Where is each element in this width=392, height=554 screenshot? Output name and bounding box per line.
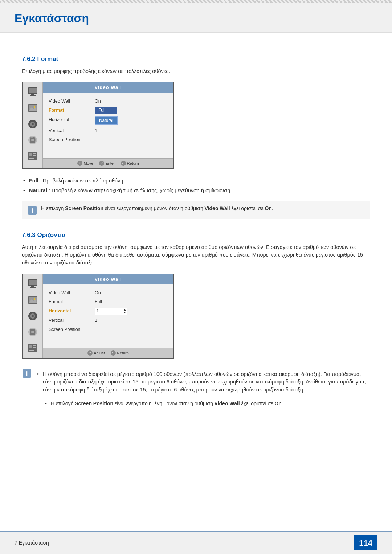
- svg-rect-18: [29, 158, 34, 159]
- menu-value-videowall-2: : On: [92, 289, 101, 296]
- menu-label-screenpos-2: Screen Position: [49, 326, 92, 333]
- bullet-full-bold: Full: [29, 178, 38, 184]
- note-text-762: Η επιλογή Screen Position είναι ενεργοπο…: [41, 205, 273, 212]
- svg-rect-15: [33, 153, 36, 154]
- svg-rect-36: [33, 345, 36, 346]
- menu-value-horizontal-1: : Natural: [92, 116, 118, 125]
- menu-item-format-1: Format : Full: [49, 107, 168, 114]
- section-763: 7.6.3 Οριζόντια Αυτή η λειτουργία διαιρε…: [22, 230, 370, 409]
- svg-rect-1: [29, 88, 37, 93]
- btn-move-label-1: Move: [83, 160, 93, 167]
- input-box-horizontal: 1 ▲▼: [95, 308, 127, 315]
- nested-bullet-763: Η επιλογή Screen Position είναι ενεργοπο…: [44, 400, 370, 407]
- sidebar-icon-settings-2: [26, 325, 40, 339]
- page-footer: 7 Εγκατάσταση 114: [0, 531, 392, 554]
- btn-return-1: ↩ Return: [121, 160, 139, 167]
- top-decorative-bar: [0, 0, 392, 3]
- note-screen-pos-762: Screen Position: [65, 205, 103, 211]
- ui-title-bar-2: Video Wall: [43, 274, 173, 284]
- note-bullet-1-763: Η οθόνη μπορεί να διαιρεθεί σε μέγιστο α…: [36, 370, 370, 394]
- svg-point-33: [31, 331, 34, 333]
- section-762-heading: 7.6.2 Format: [22, 54, 370, 64]
- footer-section-label: 7 Εγκατάσταση: [15, 539, 49, 547]
- note-bullets-content-763: Η οθόνη μπορεί να διαιρεθεί σε μέγιστο α…: [36, 367, 370, 409]
- svg-rect-16: [33, 155, 36, 156]
- svg-rect-3: [30, 95, 36, 96]
- menu-item-screenpos-1: Screen Position: [49, 136, 168, 143]
- menu-item-vertical-2: Vertical : 1: [49, 317, 168, 324]
- sidebar-icon-tv: [26, 85, 40, 99]
- menu-item-horizontal-1: Horizontal : Natural: [49, 116, 168, 125]
- ui-mockup-horizontal: Video Wall Video Wall : On Format : Full…: [22, 274, 174, 359]
- input-arrows: ▲▼: [123, 308, 126, 315]
- note-icon-763: i: [22, 368, 32, 378]
- svg-rect-14: [29, 153, 32, 156]
- ui-menu-2: Video Wall : On Format : Full Horizontal…: [43, 284, 173, 338]
- bullet-natural-bold: Natural: [29, 188, 47, 193]
- section-762-desc: Επιλογή μιας μορφής προβολής εικόνων σε …: [22, 67, 370, 75]
- bullets-762: Full : Προβολή εικόνων σε πλήρη οθόνη. N…: [22, 177, 370, 195]
- note-bullet-list-763: Η οθόνη μπορεί να διαιρεθεί σε μέγιστο α…: [36, 370, 370, 394]
- value-box-full: Full: [95, 107, 117, 114]
- note-on-762: On: [265, 205, 271, 211]
- menu-item-screenpos-2: Screen Position: [49, 326, 168, 333]
- move-icon-1: ✦: [77, 161, 82, 166]
- ui-menu-1: Video Wall : On Format : Full Horizontal…: [43, 93, 173, 148]
- nested-bullet-1-763: Η επιλογή Screen Position είναι ενεργοπο…: [44, 400, 370, 407]
- menu-label-format-1: Format: [49, 107, 92, 114]
- return-icon-2: ↩: [111, 350, 116, 356]
- sidebar-icon-menu: [26, 149, 40, 163]
- svg-point-31: [32, 315, 34, 317]
- note-icon-762: i: [27, 205, 37, 216]
- menu-item-videowall-2: Video Wall : On: [49, 289, 168, 296]
- ui-mockup-format: Video Wall Video Wall : On Format : Full…: [22, 82, 174, 169]
- menu-value-horizontal-2: : 1 ▲▼: [92, 307, 127, 315]
- menu-value-vertical-2: : 1: [92, 317, 97, 324]
- svg-rect-17: [29, 157, 36, 157]
- menu-value-vertical-1: : 1: [92, 127, 97, 134]
- svg-rect-24: [30, 287, 36, 288]
- section-763-desc: Αυτή η λειτουργία διαιρεί αυτόματα την ο…: [22, 243, 370, 267]
- ui-bottom-bar-1: ✦ Move ↵ Enter ↩ Return: [43, 158, 173, 168]
- menu-label-screenpos-1: Screen Position: [49, 136, 92, 143]
- note-video-wall-762: Video Wall: [205, 205, 230, 211]
- menu-label-videowall-1: Video Wall: [49, 98, 92, 105]
- bullet-natural: Natural : Προβολή εικόνων στην αρχική τι…: [22, 187, 370, 195]
- btn-return-label-2: Return: [117, 350, 129, 356]
- btn-adjust-label-2: Adjust: [94, 350, 105, 356]
- section-763-heading: 7.6.3 Οριζόντια: [22, 230, 370, 240]
- ui-spacer-2: [43, 338, 173, 348]
- svg-rect-39: [29, 350, 34, 351]
- svg-rect-23: [31, 286, 34, 287]
- btn-adjust-2: ✦ Adjust: [87, 350, 105, 356]
- screen-pos-note-763: Screen Position: [75, 401, 113, 406]
- enter-icon-1: ↵: [99, 161, 104, 166]
- page-title: Εγκατάσταση: [15, 9, 377, 27]
- ui-bottom-bar-2: ✦ Adjust ↩ Return: [43, 348, 173, 358]
- section-762: 7.6.2 Format Επιλογή μιας μορφής προβολή…: [22, 54, 370, 219]
- ui-sidebar-1: [23, 82, 43, 168]
- sidebar-icon-picture-2: [26, 293, 40, 307]
- menu-label-vertical-1: Vertical: [49, 127, 92, 134]
- ui-title-bar-1: Video Wall: [43, 82, 173, 93]
- svg-rect-2: [31, 94, 34, 95]
- sidebar-icon-menu-2: [26, 341, 40, 355]
- menu-item-videowall-1: Video Wall : On: [49, 98, 168, 105]
- menu-value-videowall-1: : On: [92, 98, 101, 105]
- menu-label-videowall-2: Video Wall: [49, 289, 92, 296]
- btn-enter-label-1: Enter: [105, 160, 115, 167]
- svg-point-7: [34, 106, 35, 108]
- btn-move-1: ✦ Move: [77, 160, 93, 167]
- menu-label-horizontal-2: Horizontal: [49, 307, 92, 315]
- ui-main-1: Video Wall Video Wall : On Format : Full…: [43, 82, 173, 168]
- menu-item-horizontal-2: Horizontal : 1 ▲▼: [49, 307, 168, 315]
- menu-value-format-2: : Full: [92, 298, 102, 305]
- footer-page-num: 114: [354, 535, 377, 550]
- main-content: 7.6.2 Format Επιλογή μιας μορφής προβολή…: [0, 33, 392, 438]
- bullet-full-text: : Προβολή εικόνων σε πλήρη οθόνη.: [40, 178, 125, 184]
- input-value: 1: [95, 308, 99, 315]
- svg-text:i: i: [31, 207, 33, 214]
- ui-sidebar-2: [23, 274, 43, 358]
- menu-value-format-1: : Full: [92, 107, 117, 114]
- return-icon-1: ↩: [121, 161, 126, 166]
